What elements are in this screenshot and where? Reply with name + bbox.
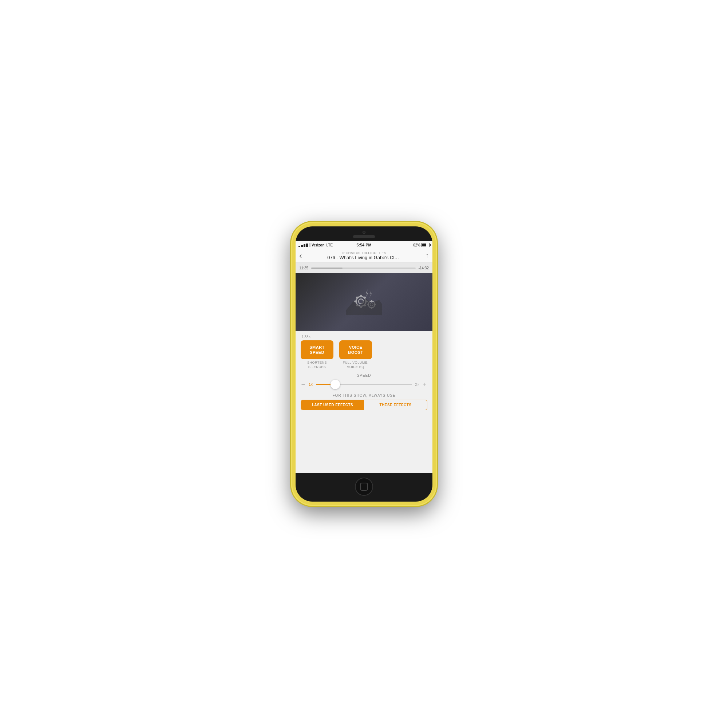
current-speed-label: 1.38× [301,335,427,339]
podcast-name: TECHNICAL DIFFICULTIES [341,251,386,255]
controls-panel: 1.38× SMARTSPEED SHORTENSSILENCES VOICEB… [295,331,433,473]
last-used-effects-button[interactable]: LAST USED EFFECTS [301,400,364,410]
status-time: 5:54 PM [356,243,372,247]
always-use-section: FOR THIS SHOW, ALWAYS USE LAST USED EFFE… [301,393,427,410]
svg-rect-4 [354,301,357,303]
back-button[interactable]: ‹ [299,252,302,260]
share-button[interactable]: ↑ [425,252,429,260]
progress-fill [311,268,343,269]
these-effects-button[interactable]: THESE EFFECTS [364,400,427,410]
speed-header: SPEED [301,373,427,378]
always-use-buttons: LAST USED EFFECTS THESE EFFECTS [301,400,427,410]
nav-bar: ‹ TECHNICAL DIFFICULTIES 076 - What's Li… [295,249,433,263]
screen: Verizon LTE 5:54 PM 62% ‹ TECHNICAL DIFF… [295,241,433,473]
these-effects-label: THESE EFFECTS [379,403,411,407]
voice-boost-group: VOICEBOOST FULL VOLUME,VOICE EQ [339,340,372,369]
camera [362,231,366,234]
battery-percent: 62% [413,243,421,247]
voice-boost-button[interactable]: VOICEBOOST [339,340,372,359]
signal-dot-1 [298,246,300,247]
signal-dot-3 [304,244,305,247]
signal-dot-4 [306,243,308,247]
speed-section: SPEED – 1× 2× + [301,373,427,390]
home-button[interactable] [355,477,373,496]
phone-frame: Verizon LTE 5:54 PM 62% ‹ TECHNICAL DIFF… [291,222,437,506]
status-left: Verizon LTE [298,243,333,247]
voice-boost-description: FULL VOLUME,VOICE EQ [343,361,369,369]
nav-center: TECHNICAL DIFFICULTIES 076 - What's Livi… [305,251,422,260]
voice-boost-label: VOICEBOOST [348,345,363,355]
carrier-label: Verizon [312,243,325,247]
effects-row: SMARTSPEED SHORTENSSILENCES VOICEBOOST F… [301,340,427,369]
speaker [353,235,375,238]
battery-icon [422,243,430,247]
svg-rect-2 [360,295,362,297]
artwork-illustration [346,287,382,317]
smart-speed-label: SMARTSPEED [309,345,325,355]
speed-tick-1x: 1× [307,382,315,387]
progress-track[interactable] [311,268,416,269]
phone-inner: Verizon LTE 5:54 PM 62% ‹ TECHNICAL DIFF… [295,226,433,502]
episode-title: 076 - What's Living in Gabe's Clo... [327,255,400,260]
speed-thumb[interactable] [330,380,340,389]
progress-area[interactable]: 11:35 -14:32 [295,263,433,273]
signal-dot-5 [309,243,310,247]
status-right: 62% [413,243,430,247]
signal-dots [298,243,310,247]
podcast-artwork [295,273,433,331]
time-elapsed: 11:35 [299,266,308,270]
last-used-effects-label: LAST USED EFFECTS [312,403,353,407]
speed-track-container[interactable] [316,379,412,390]
signal-dot-2 [301,245,303,247]
speed-minus-button[interactable]: – [301,381,306,388]
status-bar: Verizon LTE 5:54 PM 62% [295,241,433,249]
home-button-inner [360,483,368,491]
speed-track [316,384,412,385]
smart-speed-description: SHORTENSSILENCES [307,361,327,369]
smart-speed-group: SMARTSPEED SHORTENSSILENCES [301,340,333,369]
network-label: LTE [327,243,333,247]
speed-plus-button[interactable]: + [422,381,427,388]
battery-fill [422,243,426,246]
speed-tick-2x: 2× [413,382,421,387]
time-remaining: -14:32 [419,266,429,270]
smart-speed-button[interactable]: SMARTSPEED [301,340,333,359]
svg-rect-12 [371,300,372,302]
always-use-label: FOR THIS SHOW, ALWAYS USE [301,393,427,398]
speed-slider-row: – 1× 2× + [301,379,427,390]
